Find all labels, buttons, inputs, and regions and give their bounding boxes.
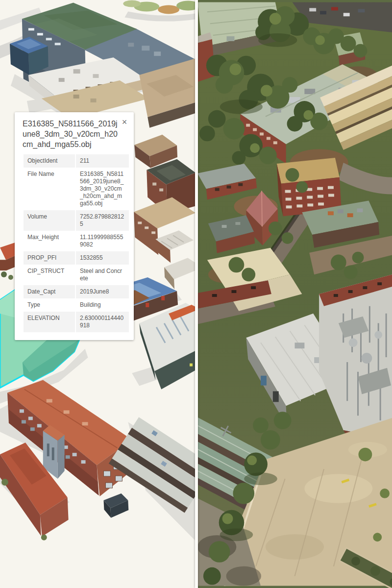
field-label: Volume [24, 210, 75, 231]
field-value: Building [75, 298, 129, 312]
attribute-row: Max_Height 11.119999885559082 [24, 231, 129, 251]
field-label: PROP_PFI [24, 251, 75, 265]
attribute-row: Type Building [24, 298, 129, 312]
feature-popup: × E316385_N5811566_2019june8_3dm_30_v20c… [15, 112, 134, 340]
attribute-row: PROP_PFI 1532855 [24, 251, 129, 265]
field-value: E316385_N5811566_2019june8_3dm_30_v20cm_… [75, 168, 129, 210]
field-label: Date_Capt [24, 285, 75, 298]
field-label: CIP_STRUCT [24, 265, 75, 285]
field-value: 211 [75, 154, 129, 168]
field-value: 11.119999885559082 [75, 231, 129, 251]
close-icon[interactable]: × [119, 117, 130, 127]
attribute-row: Volume 7252.8798828125 [24, 210, 129, 231]
field-value: 2019June8 [75, 285, 129, 298]
attribute-row: ELEVATION 2.630000114440918 [24, 312, 129, 332]
view-divider[interactable] [195, 0, 198, 588]
attribute-row: ObjectIdent 211 [24, 154, 129, 168]
field-label: File Name [24, 168, 75, 210]
field-value: 2.630000114440918 [75, 312, 129, 332]
field-value: 1532855 [75, 251, 129, 265]
field-label: ELEVATION [24, 312, 75, 332]
attribute-row: File Name E316385_N5811566_2019june8_3dm… [24, 168, 129, 210]
field-label: Type [24, 298, 75, 312]
field-value: 7252.8798828125 [75, 210, 129, 231]
field-value: Steel and Concrete [75, 265, 129, 285]
field-label: ObjectIdent [24, 154, 75, 168]
attribute-row: Date_Capt 2019June8 [24, 285, 129, 298]
realistic-view[interactable] [197, 0, 392, 588]
mesh-scene-canvas [197, 0, 392, 588]
field-label: Max_Height [24, 231, 75, 251]
attribute-table: ObjectIdent 211 File Name E316385_N58115… [24, 154, 129, 332]
popup-title: E316385_N5811566_2019june8_3dm_30_v20cm_… [15, 112, 134, 154]
scene-compare-app: × E316385_N5811566_2019june8_3dm_30_v20c… [0, 0, 392, 588]
attribute-row: CIP_STRUCT Steel and Concrete [24, 265, 129, 285]
